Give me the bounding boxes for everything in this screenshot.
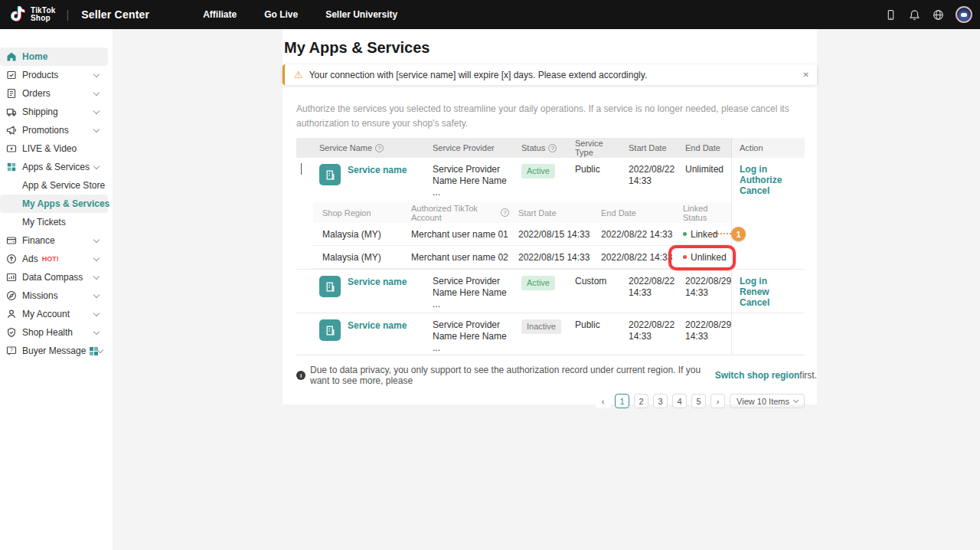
live-video-icon [6, 143, 17, 154]
sidebar-item-products[interactable]: Products [0, 66, 108, 84]
service-type-cell: Public [569, 313, 622, 355]
service-app-icon [319, 319, 341, 341]
chevron-down-icon [93, 107, 100, 113]
warning-icon: ⚠ [294, 70, 303, 80]
page-button-3[interactable]: 3 [653, 394, 668, 408]
brand-wordmark: TikTok Shop [31, 7, 56, 22]
end-date-cell: 2022/08/2914:33 [679, 270, 731, 313]
renew-link[interactable]: Renew [740, 286, 805, 297]
help-icon[interactable]: ? [548, 144, 557, 152]
sidebar-item-ads[interactable]: Ads HOT! [0, 250, 108, 268]
service-provider-cell: Service ProviderName Here Name ... [426, 313, 515, 355]
account-icon [6, 309, 17, 319]
page-button-1[interactable]: 1 [615, 394, 629, 408]
sidebar-item-label: Promotions [22, 125, 69, 136]
service-name-link[interactable]: Service name [348, 319, 407, 355]
svg-text:?: ? [10, 347, 13, 352]
sidebar-item-missions[interactable]: Missions [0, 286, 108, 305]
brand-divider: | [67, 8, 70, 21]
services-table: Service Name? Service Provider Status? S… [296, 138, 805, 355]
ads-icon [6, 254, 17, 264]
sidebar-item-my-tickets[interactable]: My Tickets [0, 213, 108, 231]
sidebar-item-apps-services[interactable]: Apps & Services [0, 158, 108, 176]
col-end-date: End Date [679, 138, 731, 158]
chevron-down-icon [793, 398, 799, 403]
page-button-5[interactable]: 5 [691, 394, 706, 408]
chevron-down-icon [97, 346, 103, 352]
cancel-link[interactable]: Cancel [740, 185, 805, 196]
nav-seller-university[interactable]: Seller University [325, 9, 397, 20]
globe-icon[interactable] [932, 8, 944, 21]
next-page-button[interactable]: › [710, 394, 725, 408]
authorization-subtable: Shop Region Authorized TikTok Account? S… [296, 202, 805, 269]
nav-go-live[interactable]: Go Live [264, 9, 298, 20]
start-date-cell: 2022/08/2214:33 [622, 313, 679, 355]
switch-shop-region-link[interactable]: Switch shop region [715, 370, 800, 381]
cancel-link[interactable]: Cancel [740, 297, 805, 308]
shop-region-cell: Malaysia (MY) [313, 223, 402, 245]
log-in-link[interactable]: Log in [740, 164, 805, 175]
help-icon[interactable]: ? [375, 144, 384, 152]
content-card: My Apps & Services ⚠ Your connection wit… [283, 29, 817, 404]
account-avatar[interactable] [956, 6, 972, 23]
page-size-select[interactable]: View 10 Items [730, 394, 805, 408]
status-cell: Active [515, 158, 569, 202]
service-provider-cell: Service ProviderName Here Name ... [426, 158, 515, 202]
sidebar-item-promotions[interactable]: Promotions [0, 121, 108, 139]
col-service-type: Service Type [569, 138, 622, 158]
table-row: Service name Service ProviderName Here N… [296, 158, 805, 202]
page-button-4[interactable]: 4 [672, 394, 687, 408]
help-icon[interactable]: ? [501, 208, 509, 217]
sidebar-item-label: Finance [22, 235, 55, 246]
sidebar-item-live-video[interactable]: LIVE & Video [0, 139, 108, 158]
service-name-link[interactable]: Service name [348, 164, 407, 202]
sidebar-item-buyer-message[interactable]: ? Buyer Message [0, 342, 108, 360]
service-type-cell: Custom [569, 270, 622, 313]
promotions-icon [6, 125, 17, 136]
prev-page-button[interactable]: ‹ [596, 394, 610, 408]
pagination: ‹ 1 2 3 4 5 › View 10 Items [283, 394, 805, 408]
page-button-2[interactable]: 2 [634, 394, 648, 408]
subcol-shop-region: Shop Region [313, 202, 402, 223]
sidebar-item-label: Data Compass [22, 272, 83, 283]
apps-grid-icon [6, 162, 17, 172]
end-date-cell: 2022/08/2914:33 [679, 313, 731, 355]
linked-status-cell: Unlinked [674, 246, 731, 268]
sidebar-item-app-service-store[interactable]: App & Service Store [0, 176, 108, 195]
action-cell [731, 313, 805, 355]
nav-affiliate[interactable]: Affiliate [203, 9, 237, 20]
sidebar-item-shop-health[interactable]: Shop Health [0, 323, 108, 342]
sidebar-item-my-apps-services[interactable]: My Apps & Services [0, 195, 108, 213]
page-description: Authorize the services you selected to s… [296, 102, 795, 131]
mobile-icon[interactable] [884, 8, 897, 21]
sidebar-item-label: Products [22, 70, 58, 80]
close-icon[interactable]: ✕ [803, 70, 809, 79]
products-icon [6, 70, 17, 80]
authorize-link[interactable]: Authorize [740, 175, 805, 185]
sidebar-item-shipping[interactable]: Shipping [0, 103, 108, 121]
service-name-link[interactable]: Service name [348, 276, 407, 313]
col-status: Status? [515, 138, 569, 158]
sidebar-item-orders[interactable]: Orders [0, 84, 108, 103]
top-nav: Affiliate Go Live Seller University [203, 9, 397, 20]
col-service-provider: Service Provider [426, 138, 515, 158]
account-cell: Merchant user name 02 [402, 246, 509, 268]
subcol-end-date: End Date [592, 202, 674, 223]
seller-center-title: Seller Center [81, 8, 149, 21]
linked-dot-icon [683, 232, 687, 236]
tiktok-shop-logo[interactable]: TikTok Shop | Seller Center [9, 5, 149, 25]
status-badge: Active [521, 276, 555, 290]
sidebar-item-home[interactable]: Home [0, 47, 108, 66]
sidebar-item-data-compass[interactable]: Data Compass [0, 268, 108, 286]
end-date-cell: Unlimited [679, 158, 731, 202]
log-in-link[interactable]: Log in [740, 276, 805, 286]
sidebar-item-finance[interactable]: Finance [0, 231, 108, 250]
buyer-message-icon: ? [6, 345, 17, 356]
sidebar-item-label: Apps & Services [22, 162, 90, 172]
bell-icon[interactable] [908, 8, 920, 21]
collapse-caret[interactable] [296, 158, 313, 202]
sidebar-item-label: Ads [22, 254, 38, 264]
start-date-cell: 2022/08/15 14:33 [509, 223, 592, 245]
sidebar-item-label: Home [22, 51, 47, 62]
sidebar-item-my-account[interactable]: My Account [0, 305, 108, 323]
